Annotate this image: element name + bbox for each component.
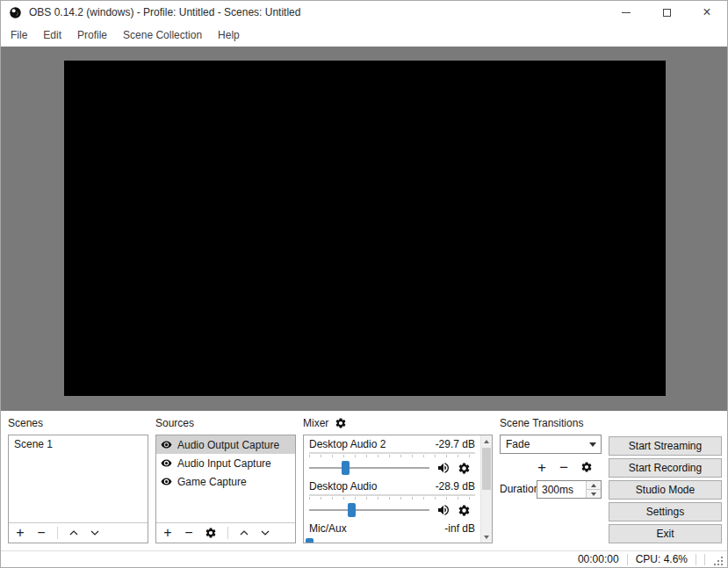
slider-handle[interactable] [342, 461, 350, 475]
studio-mode-button[interactable]: Studio Mode [609, 480, 722, 500]
add-scene-button[interactable]: + [15, 526, 25, 540]
move-scene-up-button[interactable] [68, 528, 79, 538]
volume-slider[interactable] [309, 537, 429, 543]
add-transition-button[interactable]: + [537, 460, 547, 475]
scenes-toolbar: + − [9, 522, 148, 543]
source-label: Game Capture [177, 476, 247, 488]
channel-level: -29.7 dB [436, 438, 475, 450]
add-source-button[interactable]: + [162, 526, 173, 540]
eye-icon[interactable] [161, 457, 172, 469]
remove-source-button[interactable]: − [184, 526, 194, 540]
program-canvas[interactable] [64, 61, 666, 396]
menu-item-help[interactable]: Help [210, 29, 248, 41]
triangle-up-icon [591, 484, 596, 487]
slider-handle[interactable] [348, 503, 356, 517]
source-list-item[interactable]: Audio Output Capture [156, 435, 295, 454]
menu-item-edit[interactable]: Edit [35, 29, 69, 41]
move-source-down-button[interactable] [260, 528, 270, 538]
menu-item-file[interactable]: File [3, 29, 35, 41]
mixer-channel: Desktop Audio -28.9 dB [309, 480, 475, 519]
maximize-icon [663, 9, 671, 17]
scenes-list: Scene 1 + − [8, 435, 148, 543]
spinner-buttons [586, 481, 601, 498]
transitions-toolbar: + − [537, 457, 593, 477]
status-bar: 00:00:00 CPU: 4.6% [1, 550, 727, 567]
minimize-icon [622, 12, 631, 13]
status-separator [696, 554, 696, 565]
toolbar-separator [227, 527, 228, 539]
mixer-channel: Mic/Aux -inf dB [309, 522, 475, 543]
window-controls: × [606, 1, 727, 24]
mixer-panel: Desktop Audio 2 -29.7 dB [303, 435, 493, 543]
start-streaming-button[interactable]: Start Streaming [609, 436, 722, 456]
source-list-item[interactable]: Game Capture [156, 472, 295, 491]
title-bar[interactable]: OBS 0.14.2 (windows) - Profile: Untitled… [1, 1, 727, 24]
speaker-icon[interactable] [436, 503, 450, 517]
status-separator [704, 554, 705, 565]
mixer-settings-icon[interactable] [335, 417, 347, 429]
gear-icon [205, 527, 217, 539]
channel-settings-icon[interactable] [458, 504, 471, 517]
exit-button[interactable]: Exit [609, 524, 722, 543]
source-properties-button[interactable] [205, 527, 217, 539]
scrollbar-down-button[interactable] [481, 531, 492, 543]
obs-logo-icon [9, 6, 22, 19]
mixer-scrollbar[interactable] [480, 435, 492, 543]
settings-button[interactable]: Settings [609, 502, 722, 521]
chevron-down-icon [589, 442, 596, 447]
sources-list: Audio Output Capture Audio Input Capture… [155, 435, 296, 543]
spinner-down-button[interactable] [587, 489, 601, 498]
sources-toolbar: + − [156, 522, 295, 543]
menu-bar: File Edit Profile Scene Collection Help [1, 24, 727, 47]
slider-track [309, 509, 429, 511]
scenes-list-area[interactable]: Scene 1 [9, 435, 148, 522]
combo-dropdown-button[interactable] [585, 435, 601, 453]
mixer-content: Desktop Audio 2 -29.7 dB [304, 435, 480, 543]
transition-select[interactable]: Fade [500, 435, 602, 454]
volume-slider[interactable] [309, 460, 429, 476]
window-title: OBS 0.14.2 (windows) - Profile: Untitled… [29, 6, 300, 18]
move-scene-down-button[interactable] [90, 528, 100, 538]
move-source-up-button[interactable] [239, 528, 249, 538]
transition-selected-value: Fade [501, 438, 585, 450]
scrollbar-thumb[interactable] [482, 448, 491, 490]
start-recording-button[interactable]: Start Recording [609, 458, 722, 478]
triangle-up-icon [484, 440, 489, 443]
remove-transition-button[interactable]: − [559, 460, 569, 475]
transition-properties-button[interactable] [580, 461, 593, 473]
source-label: Audio Input Capture [177, 457, 271, 470]
resize-grip[interactable] [713, 556, 724, 567]
toolbar-separator [57, 527, 58, 539]
recording-time: 00:00:00 [578, 553, 619, 565]
volume-meter [309, 452, 475, 454]
channel-level: -inf dB [444, 522, 475, 535]
meter-ticks [309, 455, 475, 457]
speaker-icon[interactable] [436, 461, 450, 475]
menu-item-scene-collection[interactable]: Scene Collection [115, 29, 210, 41]
dock-area: Scenes Scene 1 + − Sources [1, 411, 727, 552]
scenes-panel-label: Scenes [8, 417, 43, 429]
channel-name: Mic/Aux [309, 522, 347, 535]
mixer-panel-label: Mixer [303, 417, 328, 429]
triangle-down-icon [484, 536, 489, 539]
remove-scene-button[interactable]: − [36, 526, 47, 540]
scrollbar-up-button[interactable] [481, 435, 492, 447]
triangle-down-icon [591, 493, 596, 496]
spinner-up-button[interactable] [587, 481, 601, 489]
close-button[interactable]: × [687, 1, 727, 24]
close-icon: × [703, 5, 710, 19]
eye-icon[interactable] [161, 476, 172, 487]
obs-window: OBS 0.14.2 (windows) - Profile: Untitled… [0, 0, 728, 568]
source-list-item[interactable]: Audio Input Capture [156, 454, 295, 472]
eye-icon[interactable] [161, 439, 172, 450]
menu-item-profile[interactable]: Profile [69, 29, 115, 41]
minimize-button[interactable] [606, 1, 646, 24]
slider-handle[interactable] [306, 538, 314, 543]
duration-spinner[interactable]: 300ms [537, 480, 602, 499]
sources-list-area[interactable]: Audio Output Capture Audio Input Capture… [156, 435, 295, 522]
volume-slider[interactable] [309, 502, 429, 518]
channel-settings-icon[interactable] [458, 462, 471, 475]
maximize-button[interactable] [646, 1, 687, 24]
channel-level: -28.9 dB [436, 480, 475, 493]
scene-list-item[interactable]: Scene 1 [9, 435, 148, 453]
